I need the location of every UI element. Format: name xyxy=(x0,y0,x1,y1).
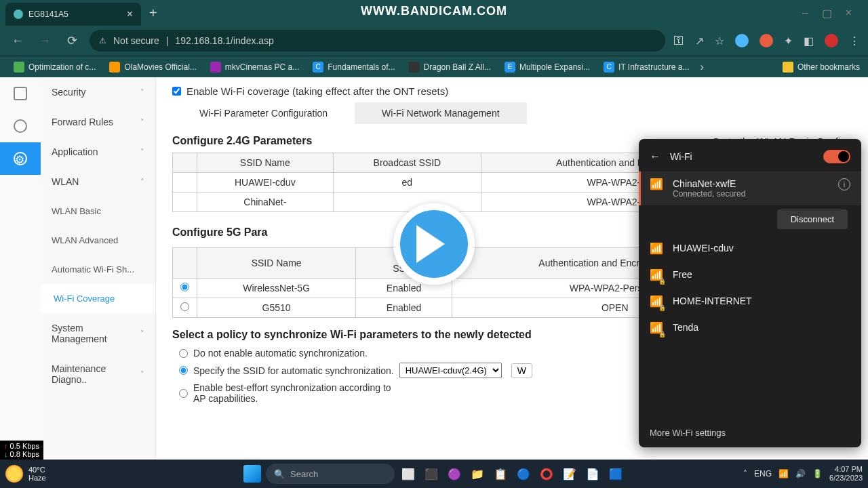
play-button-overlay[interactable] xyxy=(393,203,475,285)
policy-radio-2[interactable] xyxy=(179,366,188,375)
extension-icon[interactable] xyxy=(760,34,773,47)
row-radio[interactable] xyxy=(180,302,189,311)
enable-wifi-checkbox[interactable] xyxy=(172,87,181,96)
minimize-icon[interactable]: – xyxy=(802,7,808,20)
start-button[interactable] xyxy=(243,464,262,483)
edge-icon[interactable]: 🔵 xyxy=(514,464,533,483)
close-window-icon[interactable]: × xyxy=(846,7,852,20)
enable-wifi-label: Enable Wi-Fi coverage (taking effect aft… xyxy=(186,85,448,97)
taskbar-search[interactable]: 🔍Search xyxy=(266,464,395,484)
chevron-down-icon: ˅ xyxy=(140,118,144,127)
maximize-icon[interactable]: ▢ xyxy=(822,7,832,20)
wifi-network-item[interactable]: Free xyxy=(639,262,861,289)
security-label: Not secure xyxy=(113,35,159,46)
tab-bar: EG8141A5 × + WWW.BANDICAM.COM – ▢ × xyxy=(0,0,868,26)
window-controls: – ▢ × xyxy=(802,7,863,20)
app-icon[interactable]: ⬛ xyxy=(422,464,441,483)
more-wifi-settings-link[interactable]: More Wi-Fi settings xyxy=(650,428,726,438)
sidebar: Security˅ Forward Rules˅ Application˅ WL… xyxy=(41,77,156,460)
wifi-toggle[interactable] xyxy=(823,150,850,163)
bookmark-item[interactable]: Dragon Ball Z All... xyxy=(403,59,496,75)
bookmark-item[interactable]: CFundamentals of... xyxy=(307,59,400,75)
extensions-icon[interactable]: ✦ xyxy=(784,35,793,47)
tab-wifi-param[interactable]: Wi-Fi Parameter Configuration xyxy=(172,102,355,124)
other-bookmarks[interactable]: Other bookmarks xyxy=(783,62,860,73)
tray-chevron-icon[interactable]: ˄ xyxy=(743,469,747,479)
forward-button[interactable]: → xyxy=(35,34,54,48)
new-tab-button[interactable]: + xyxy=(141,5,165,21)
bookmarks-bar: Optimization of c... OlaMovies Official.… xyxy=(0,56,868,77)
wifi-back-icon[interactable]: ← xyxy=(650,150,660,163)
policy-ssid-select[interactable]: HUAWEI-cduv(2.4G) xyxy=(399,363,502,378)
extension-icon[interactable] xyxy=(735,34,749,47)
task-view-icon[interactable]: ⬜ xyxy=(399,464,418,483)
wifi-network-item[interactable]: HOME-INTERNET xyxy=(639,289,861,315)
sidebar-sub-wlan-advanced[interactable]: WLAN Advanced xyxy=(41,226,155,255)
tray-wifi-icon[interactable]: 📶 xyxy=(778,469,789,479)
sidebar-item-system-mgmt[interactable]: System Management˅ xyxy=(41,313,155,354)
bookmark-item[interactable]: mkvCinemas PC a... xyxy=(205,59,304,75)
url-field[interactable]: ⚠ Not secure | 192.168.18.1/index.asp xyxy=(90,30,665,52)
app-icon[interactable]: 📄 xyxy=(583,464,602,483)
wifi-network-item[interactable]: Tenda xyxy=(639,315,861,342)
policy-w-button[interactable]: W xyxy=(511,363,532,378)
section-24g-heading: Configure 2.4G Parameters xyxy=(172,135,312,147)
sidebar-sub-auto-wifi[interactable]: Automatic Wi-Fi Sh... xyxy=(41,255,155,284)
search-icon: 🔍 xyxy=(274,469,285,479)
bookmark-item[interactable]: OlaMovies Official... xyxy=(104,59,201,75)
disconnect-button[interactable]: Disconnect xyxy=(777,209,848,229)
watermark: WWW.BANDICAM.COM xyxy=(361,4,507,18)
profile-icon[interactable] xyxy=(825,34,838,47)
sidebar-item-forward-rules[interactable]: Forward Rules˅ xyxy=(41,107,155,137)
icon-rail: ⚙ xyxy=(0,77,41,460)
tray-volume-icon[interactable]: 🔊 xyxy=(795,469,806,479)
back-button[interactable]: ← xyxy=(8,34,27,48)
bookmark-item[interactable]: CIT Infrastructure a... xyxy=(598,59,694,75)
chrome-icon[interactable]: ⭕ xyxy=(537,464,556,483)
app-icon[interactable]: 🟣 xyxy=(445,464,464,483)
wifi-network-item[interactable]: HUAWEI-cduv xyxy=(639,236,861,262)
rail-forward-icon[interactable] xyxy=(0,110,41,142)
wifi-signal-icon xyxy=(650,180,663,191)
wifi-signal-icon xyxy=(650,245,663,256)
sidebar-item-security[interactable]: Security˅ xyxy=(41,77,155,107)
browser-tab[interactable]: EG8141A5 × xyxy=(5,3,141,26)
sidebar-item-maintenance[interactable]: Maintenance Diagno..˅ xyxy=(41,354,155,394)
tray-clock[interactable]: 4:07 PM6/23/2023 xyxy=(829,465,863,483)
wifi-signal-lock-icon xyxy=(650,298,663,308)
info-icon[interactable]: i xyxy=(838,178,850,190)
sidebar-item-application[interactable]: Application˅ xyxy=(41,137,155,167)
bookmark-item[interactable]: Optimization of c... xyxy=(8,59,101,75)
rail-security-icon[interactable] xyxy=(0,77,41,110)
reload-button[interactable]: ⟳ xyxy=(62,33,81,48)
sidebar-item-wlan[interactable]: WLAN˄ xyxy=(41,167,155,197)
bookmarks-overflow-icon[interactable]: › xyxy=(701,61,704,73)
app-icon[interactable]: 📋 xyxy=(491,464,510,483)
rail-application-icon[interactable]: ⚙ xyxy=(0,142,41,175)
app-icon[interactable]: 📝 xyxy=(560,464,579,483)
favicon xyxy=(14,9,23,19)
explorer-icon[interactable]: 📁 xyxy=(468,464,487,483)
policy-radio-3[interactable] xyxy=(179,389,188,398)
bookmark-item[interactable]: EMultipole Expansi... xyxy=(499,59,595,75)
chevron-up-icon: ˄ xyxy=(140,178,144,186)
tray-battery-icon[interactable]: 🔋 xyxy=(812,469,823,479)
key-icon[interactable]: ⚿ xyxy=(673,35,684,47)
chevron-down-icon: ˅ xyxy=(140,370,144,379)
url-separator: | xyxy=(166,35,169,46)
close-tab-icon[interactable]: × xyxy=(127,8,133,20)
sidebar-sub-wifi-coverage[interactable]: Wi-Fi Coverage xyxy=(41,284,155,313)
menu-icon[interactable]: ⋮ xyxy=(849,35,860,47)
app-icon[interactable]: 🟦 xyxy=(606,464,625,483)
sidebar-sub-wlan-basic[interactable]: WLAN Basic xyxy=(41,197,155,226)
star-icon[interactable]: ☆ xyxy=(715,35,724,47)
sidepanel-icon[interactable]: ◧ xyxy=(804,35,814,47)
tab-wifi-network[interactable]: Wi-Fi Network Management xyxy=(355,102,527,124)
wifi-connected-network[interactable]: ChinaNet-xwfE Connected, secured i xyxy=(639,171,861,205)
weather-widget[interactable]: 40°CHaze xyxy=(5,465,46,483)
row-radio[interactable] xyxy=(180,283,189,291)
policy-radio-1[interactable] xyxy=(179,349,188,358)
wifi-signal-lock-icon xyxy=(650,324,663,335)
share-icon[interactable]: ↗ xyxy=(695,35,704,47)
tray-lang[interactable]: ENG xyxy=(754,469,772,479)
